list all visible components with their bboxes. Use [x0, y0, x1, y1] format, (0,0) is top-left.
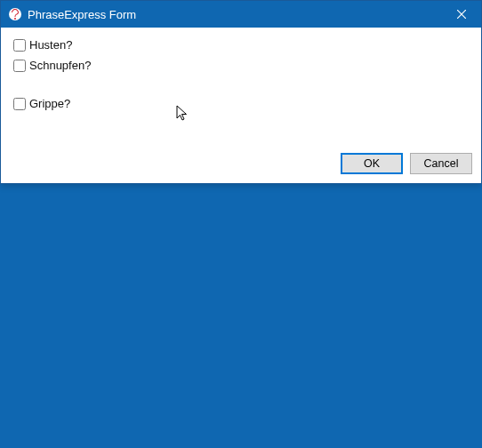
checkbox-row-schnupfen[interactable]: Schnupfen?: [13, 59, 469, 72]
checkbox-row-grippe[interactable]: Grippe?: [13, 97, 469, 110]
window-title: PhraseExpress Form: [28, 8, 136, 21]
titlebar[interactable]: PhraseExpress Form: [1, 1, 481, 28]
checkbox-husten[interactable]: [13, 39, 26, 52]
checkbox-row-husten[interactable]: Husten?: [13, 38, 469, 52]
dialog-window: PhraseExpress Form Husten? Schnupfen?: [0, 0, 482, 184]
checkbox-label: Schnupfen?: [29, 59, 91, 72]
checkbox-grippe[interactable]: [13, 98, 26, 110]
ok-button[interactable]: OK: [341, 153, 403, 174]
svg-point-1: [14, 18, 16, 20]
cancel-button[interactable]: Cancel: [410, 153, 472, 174]
dialog-body: Husten? Schnupfen? Grippe?: [1, 28, 481, 148]
button-row: OK Cancel: [1, 148, 481, 183]
app-icon: [8, 7, 22, 21]
checkbox-label: Grippe?: [29, 97, 70, 110]
checkbox-label: Husten?: [29, 38, 72, 52]
close-icon: [457, 10, 466, 19]
desktop-background: PhraseExpress Form Husten? Schnupfen?: [0, 0, 482, 448]
checkbox-schnupfen[interactable]: [13, 60, 26, 72]
close-button[interactable]: [441, 1, 481, 28]
